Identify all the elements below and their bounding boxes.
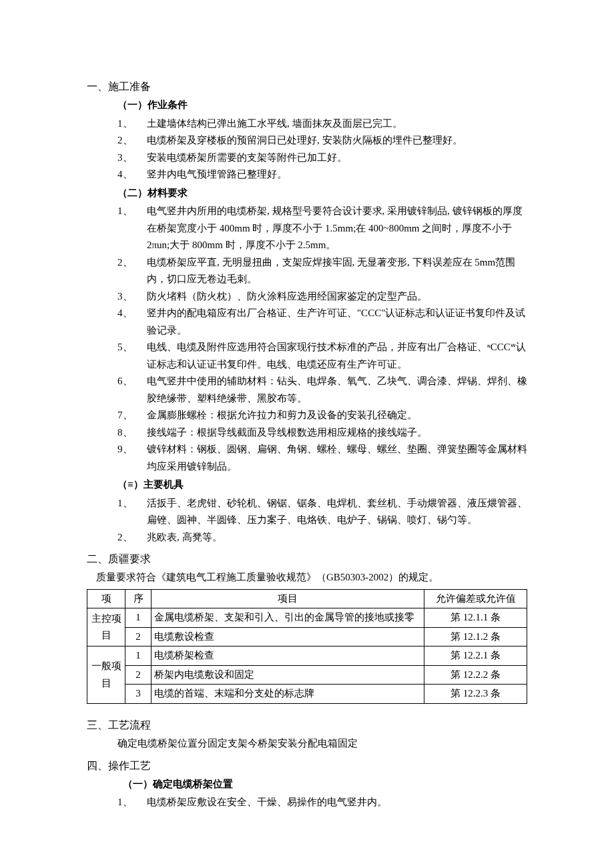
item-text: 电缆桥架及穿楼板的预留洞日已处理好, 安装防火隔板的埋件已整理好。 — [147, 132, 527, 149]
seq-cell: 3 — [125, 685, 151, 704]
list-item: 2、兆欧表, 高凳等。 — [117, 529, 527, 546]
item-number: 4、 — [117, 166, 147, 183]
item-number: 1、 — [117, 495, 147, 512]
th-group: 项 — [87, 589, 125, 608]
group-cell: 一般项目 — [87, 646, 125, 704]
allow-cell: 第 12.2.2 条 — [424, 665, 527, 685]
allow-cell: 第 12.1.2 条 — [424, 627, 527, 646]
item-text: 电缆桥架应平直, 无明显扭曲，支架应焊接牢固, 无显著变形, 下料误差应在 5m… — [147, 254, 527, 288]
item-number: 5、 — [117, 339, 147, 356]
section-1b-list: 1、电气竖井内所用的电缆桥架, 规格型号要符合设计要求, 采用镀锌制品, 镀锌钢… — [87, 203, 527, 475]
item-text: 金属膨胀螺栓：根据允许拉力和剪力及设备的安装孔径确定。 — [147, 407, 527, 424]
item-text: 电气竖井内所用的电缆桥架, 规格型号要符合设计要求, 采用镀锌制品, 镀锌钢板的… — [147, 203, 527, 254]
list-item: 6、电气竖井中使用的辅助材料：钻头、电焊条、氧气、乙块气、调合漆、焊锡、焊剂、橡… — [117, 373, 527, 407]
list-item: 4、竖井内电气预埋管路已整理好。 — [117, 166, 527, 183]
th-item: 项目 — [151, 589, 424, 608]
list-item: 3、防火堵料（防火枕）、防火涂料应选用经国家鉴定的定型产品。 — [117, 288, 527, 306]
item-text: 活扳手、老虎钳、砂轮机、钢锯、锯条、电焊机、套丝机、手动煨管器、液压煨管器、扁锉… — [147, 495, 527, 529]
item-text: 土建墙体结构已弹出施工水平线, 墙面抹灰及面层已完工。 — [147, 115, 527, 133]
allow-cell: 第 12.2.1 条 — [424, 646, 527, 666]
list-item: 2、电缆桥架应平直, 无明显扭曲，支架应焊接牢固, 无显著变形, 下料误差应在 … — [117, 254, 527, 288]
seq-cell: 1 — [125, 646, 151, 666]
list-item: 9、镀锌材料：钢板、圆钢、扁钢、角钢、螺栓、螺母、螺丝、垫圈、弹簧垫圈等金属材料… — [117, 441, 527, 475]
table-row: 2桥架内电缆敷设和固定第 12.2.2 条 — [87, 665, 527, 685]
list-item: 2、电缆桥架及穿楼板的预留洞日已处理好, 安装防火隔板的埋件已整理好。 — [117, 132, 527, 149]
list-item: 1、活扳手、老虎钳、砂轮机、钢锯、锯条、电焊机、套丝机、手动煨管器、液压煨管器、… — [117, 495, 527, 529]
th-allow: 允许偏差或允许值 — [424, 589, 527, 608]
item-number: 6、 — [117, 373, 147, 390]
seq-cell: 2 — [125, 627, 151, 646]
section-1a-title: （一）作业条件 — [117, 97, 527, 114]
group-cell: 主控项目 — [87, 608, 125, 646]
item-cell: 电缆桥架检查 — [151, 646, 424, 666]
section-1c-title: （≡）主要机具 — [117, 476, 527, 494]
item-number: 9、 — [117, 441, 147, 458]
item-cell: 桥架内电缆敷设和固定 — [151, 665, 424, 685]
item-number: 2、 — [117, 132, 147, 149]
section-4a-title: （一）确定电缆桥架位置 — [123, 776, 527, 793]
list-item: 8、接线端子：根据导线截面及导线根数选用相应规格的接线端子。 — [117, 424, 527, 442]
item-text: 电缆桥架应敷设在安全、干燥、易操作的电气竖井内。 — [147, 794, 527, 811]
table-row: 2电缆敷设检查第 12.1.2 条 — [87, 627, 527, 646]
item-text: 竖井内电气预埋管路已整理好。 — [147, 166, 527, 183]
section-2-note: 质量要求符合《建筑电气工程施工质量验收规范》（GB50303-2002）的规定。 — [96, 569, 527, 586]
list-item: 5、电线、电缆及附件应选用符合国家现行技术标准的产品，并应有出厂合格证、ⁿCCC… — [117, 339, 527, 373]
item-number: 4、 — [117, 305, 147, 322]
item-number: 1、 — [117, 115, 147, 133]
allow-cell: 第 12.2.3 条 — [424, 685, 527, 704]
section-1b-title: （二）材料要求 — [117, 185, 527, 202]
section-2-title: 二、质疆要求 — [87, 550, 527, 568]
allow-cell: 第 12.1.1 条 — [424, 608, 527, 628]
section-4-title: 四、操作工艺 — [87, 757, 527, 775]
section-4a-list: 1、电缆桥架应敷设在安全、干燥、易操作的电气竖井内。 — [87, 794, 527, 811]
item-text: 安装电缆桥架所需要的支架等附件已加工好。 — [147, 149, 527, 167]
item-text: 防火堵料（防火枕）、防火涂料应选用经国家鉴定的定型产品。 — [147, 288, 527, 306]
table-row: 3电缆的首端、末端和分支处的标志牌第 12.2.3 条 — [87, 685, 527, 704]
item-number: 1、 — [117, 203, 147, 220]
item-text: 镀锌材料：钢板、圆钢、扁钢、角钢、螺栓、螺母、螺丝、垫圈、弹簧垫圈等金属材料均应… — [147, 441, 527, 475]
item-cell: 电缆敷设检查 — [151, 627, 424, 646]
th-seq: 序 — [125, 589, 151, 608]
section-3-title: 三、工艺流程 — [87, 716, 527, 734]
item-number: 3、 — [117, 288, 147, 306]
section-1a-list: 1、土建墙体结构已弹出施工水平线, 墙面抹灰及面层已完工。2、电缆桥架及穿楼板的… — [87, 115, 527, 183]
list-item: 4、竖井内的配电箱应有出厂合格证、生产许可证、"CCC"认证标志和认证证书复印件… — [117, 305, 527, 339]
item-number: 7、 — [117, 407, 147, 424]
list-item: 7、金属膨胀螺栓：根据允许拉力和剪力及设备的安装孔径确定。 — [117, 407, 527, 424]
section-1c-list: 1、活扳手、老虎钳、砂轮机、钢锯、锯条、电焊机、套丝机、手动煨管器、液压煨管器、… — [87, 495, 527, 546]
list-item: 3、安装电缆桥架所需要的支架等附件已加工好。 — [117, 149, 527, 167]
section-1-title: 一、施工准备 — [87, 77, 527, 95]
item-text: 兆欧表, 高凳等。 — [147, 529, 527, 546]
list-item: 1、土建墙体结构已弹出施工水平线, 墙面抹灰及面层已完工。 — [117, 115, 527, 133]
item-number: 2、 — [117, 529, 147, 546]
item-text: 竖井内的配电箱应有出厂合格证、生产许可证、"CCC"认证标志和认证证书复印件及试… — [147, 305, 527, 339]
item-number: 3、 — [117, 149, 147, 167]
section-3-note: 确定电缆桥架位置分固定支架今桥架安装分配电箱固定 — [117, 735, 527, 753]
item-text: 电气竖井中使用的辅助材料：钻头、电焊条、氧气、乙块气、调合漆、焊锡、焊剂、橡胶绝… — [147, 373, 527, 407]
seq-cell: 1 — [125, 608, 151, 628]
table-row: 主控项目1金属电缆桥架、支架和引入、引出的金属导管的接地或接零第 12.1.1 … — [87, 608, 527, 628]
item-number: 1、 — [117, 794, 147, 811]
item-text: 电线、电缆及附件应选用符合国家现行技术标准的产品，并应有出厂合格证、ⁿCCCʷ认… — [147, 339, 527, 373]
list-item: 1、电气竖井内所用的电缆桥架, 规格型号要符合设计要求, 采用镀锌制品, 镀锌钢… — [117, 203, 527, 254]
item-number: 2、 — [117, 254, 147, 272]
item-text: 接线端子：根据导线截面及导线根数选用相应规格的接线端子。 — [147, 424, 527, 442]
seq-cell: 2 — [125, 665, 151, 685]
list-item: 1、电缆桥架应敷设在安全、干燥、易操作的电气竖井内。 — [117, 794, 527, 811]
table-row: 一般项目1电缆桥架检查第 12.2.1 条 — [87, 646, 527, 666]
quality-table: 项 序 项目 允许偏差或允许值 主控项目1金属电缆桥架、支架和引入、引出的金属导… — [87, 589, 527, 704]
item-number: 8、 — [117, 424, 147, 442]
item-cell: 电缆的首端、末端和分支处的标志牌 — [151, 685, 424, 704]
item-cell: 金属电缆桥架、支架和引入、引出的金属导管的接地或接零 — [151, 608, 424, 628]
